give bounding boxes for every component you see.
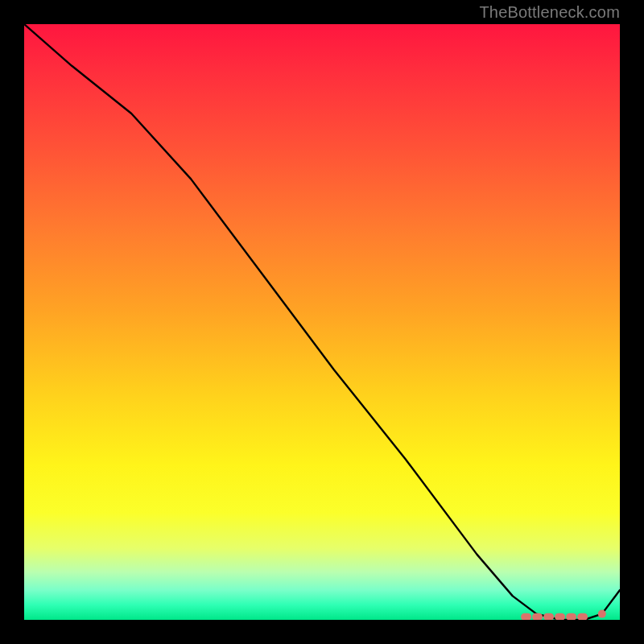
chart-frame: TheBottleneck.com bbox=[0, 0, 644, 644]
attribution-text: TheBottleneck.com bbox=[479, 3, 620, 22]
end-marker bbox=[598, 610, 606, 618]
plot-area bbox=[24, 24, 620, 620]
main-curve bbox=[24, 24, 620, 620]
chart-svg bbox=[24, 24, 620, 620]
